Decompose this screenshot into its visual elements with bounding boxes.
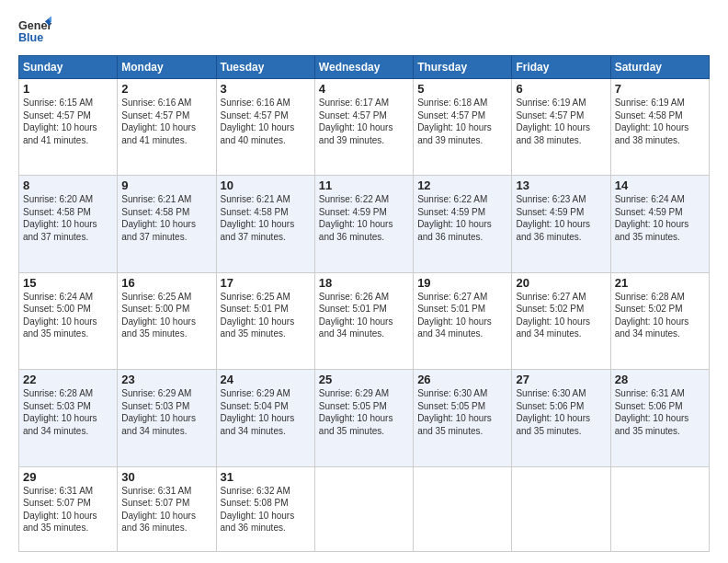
calendar-day-cell [414,466,512,551]
day-info: Sunrise: 6:19 AMSunset: 4:57 PMDaylight:… [516,97,606,146]
day-info: Sunrise: 6:22 AMSunset: 4:59 PMDaylight:… [319,193,409,243]
calendar-day-cell: 29Sunrise: 6:31 AMSunset: 5:07 PMDayligh… [19,466,118,551]
calendar-day-cell: 6Sunrise: 6:19 AMSunset: 4:57 PMDaylight… [512,79,610,176]
weekday-header: Wednesday [314,56,413,79]
day-number: 23 [121,373,211,386]
weekday-header: Monday [118,56,216,79]
calendar-day-cell: 11Sunrise: 6:22 AMSunset: 4:59 PMDayligh… [314,176,413,272]
calendar-day-cell: 20Sunrise: 6:27 AMSunset: 5:02 PMDayligh… [512,272,610,369]
generalblue-logo-icon: General Blue [18,15,51,48]
day-info: Sunrise: 6:31 AMSunset: 5:07 PMDaylight:… [23,485,113,534]
day-info: Sunrise: 6:24 AMSunset: 4:59 PMDaylight:… [615,193,705,243]
calendar-day-cell: 7Sunrise: 6:19 AMSunset: 4:58 PMDaylight… [610,79,709,176]
day-number: 4 [319,82,409,96]
header: General Blue [18,15,710,48]
calendar-day-cell: 25Sunrise: 6:29 AMSunset: 5:05 PMDayligh… [314,370,413,466]
day-info: Sunrise: 6:18 AMSunset: 4:57 PMDaylight:… [417,97,507,146]
day-info: Sunrise: 6:25 AMSunset: 5:00 PMDaylight:… [121,291,211,340]
day-info: Sunrise: 6:29 AMSunset: 5:05 PMDaylight:… [319,387,409,437]
calendar-day-cell: 3Sunrise: 6:16 AMSunset: 4:57 PMDaylight… [216,79,314,176]
calendar-table: SundayMondayTuesdayWednesdayThursdayFrid… [18,55,710,552]
day-number: 28 [615,373,705,386]
svg-text:Blue: Blue [18,31,43,44]
calendar-day-cell: 15Sunrise: 6:24 AMSunset: 5:00 PMDayligh… [19,272,118,369]
day-number: 21 [615,276,705,290]
calendar-week-row: 1Sunrise: 6:15 AMSunset: 4:57 PMDaylight… [19,79,710,176]
page: General Blue SundayMondayTuesdayWednesda… [0,0,728,563]
calendar-day-cell: 24Sunrise: 6:29 AMSunset: 5:04 PMDayligh… [216,370,314,466]
calendar-day-cell: 8Sunrise: 6:20 AMSunset: 4:58 PMDaylight… [19,176,118,272]
day-number: 1 [23,82,113,96]
calendar-day-cell: 12Sunrise: 6:22 AMSunset: 4:59 PMDayligh… [414,176,512,272]
weekday-header: Tuesday [216,56,314,79]
calendar-day-cell: 21Sunrise: 6:28 AMSunset: 5:02 PMDayligh… [610,272,709,369]
weekday-header: Saturday [610,56,709,79]
day-number: 29 [23,470,113,484]
day-info: Sunrise: 6:29 AMSunset: 5:03 PMDaylight:… [121,387,211,437]
day-number: 10 [221,178,311,192]
day-number: 3 [221,82,311,96]
day-number: 2 [121,82,211,96]
day-number: 5 [417,82,507,96]
day-number: 20 [516,276,606,290]
day-number: 7 [615,82,705,96]
day-number: 25 [319,373,409,386]
calendar-day-cell: 1Sunrise: 6:15 AMSunset: 4:57 PMDaylight… [19,79,118,176]
day-info: Sunrise: 6:24 AMSunset: 5:00 PMDaylight:… [23,291,113,340]
day-info: Sunrise: 6:20 AMSunset: 4:58 PMDaylight:… [23,193,113,243]
calendar-day-cell: 14Sunrise: 6:24 AMSunset: 4:59 PMDayligh… [610,176,709,272]
day-info: Sunrise: 6:31 AMSunset: 5:06 PMDaylight:… [615,387,705,437]
calendar-day-cell: 2Sunrise: 6:16 AMSunset: 4:57 PMDaylight… [118,79,216,176]
day-info: Sunrise: 6:16 AMSunset: 4:57 PMDaylight:… [121,97,211,146]
day-number: 6 [516,82,606,96]
day-number: 14 [615,178,705,192]
day-info: Sunrise: 6:21 AMSunset: 4:58 PMDaylight:… [121,193,211,243]
day-info: Sunrise: 6:30 AMSunset: 5:05 PMDaylight:… [417,387,507,437]
day-number: 18 [319,276,409,290]
calendar-day-cell: 13Sunrise: 6:23 AMSunset: 4:59 PMDayligh… [512,176,610,272]
weekday-header: Thursday [414,56,512,79]
calendar-day-cell: 10Sunrise: 6:21 AMSunset: 4:58 PMDayligh… [216,176,314,272]
calendar-day-cell: 18Sunrise: 6:26 AMSunset: 5:01 PMDayligh… [314,272,413,369]
calendar-week-row: 29Sunrise: 6:31 AMSunset: 5:07 PMDayligh… [19,466,710,551]
day-info: Sunrise: 6:21 AMSunset: 4:58 PMDaylight:… [221,193,311,243]
day-number: 19 [417,276,507,290]
calendar-day-cell: 28Sunrise: 6:31 AMSunset: 5:06 PMDayligh… [610,370,709,466]
day-number: 11 [319,178,409,192]
calendar-day-cell: 16Sunrise: 6:25 AMSunset: 5:00 PMDayligh… [118,272,216,369]
day-number: 17 [221,276,311,290]
calendar-day-cell: 30Sunrise: 6:31 AMSunset: 5:07 PMDayligh… [118,466,216,551]
day-info: Sunrise: 6:30 AMSunset: 5:06 PMDaylight:… [516,387,606,437]
logo: General Blue [18,15,51,48]
calendar-day-cell: 5Sunrise: 6:18 AMSunset: 4:57 PMDaylight… [414,79,512,176]
day-number: 30 [121,470,211,484]
day-number: 13 [516,178,606,192]
calendar-day-cell: 4Sunrise: 6:17 AMSunset: 4:57 PMDaylight… [314,79,413,176]
day-info: Sunrise: 6:26 AMSunset: 5:01 PMDaylight:… [319,291,409,340]
weekday-header: Sunday [19,56,118,79]
day-info: Sunrise: 6:31 AMSunset: 5:07 PMDaylight:… [121,485,211,534]
calendar-week-row: 8Sunrise: 6:20 AMSunset: 4:58 PMDaylight… [19,176,710,272]
day-number: 8 [23,178,113,192]
day-info: Sunrise: 6:17 AMSunset: 4:57 PMDaylight:… [319,97,409,146]
calendar-week-row: 15Sunrise: 6:24 AMSunset: 5:00 PMDayligh… [19,272,710,369]
calendar-day-cell: 27Sunrise: 6:30 AMSunset: 5:06 PMDayligh… [512,370,610,466]
calendar-day-cell: 9Sunrise: 6:21 AMSunset: 4:58 PMDaylight… [118,176,216,272]
day-number: 12 [417,178,507,192]
day-info: Sunrise: 6:23 AMSunset: 4:59 PMDaylight:… [516,193,606,243]
day-number: 27 [516,373,606,386]
calendar-day-cell [314,466,413,551]
day-number: 24 [221,373,311,386]
calendar-header-row: SundayMondayTuesdayWednesdayThursdayFrid… [19,56,710,79]
day-number: 22 [23,373,113,386]
day-info: Sunrise: 6:28 AMSunset: 5:02 PMDaylight:… [615,291,705,340]
day-info: Sunrise: 6:15 AMSunset: 4:57 PMDaylight:… [23,97,113,146]
day-info: Sunrise: 6:25 AMSunset: 5:01 PMDaylight:… [221,291,311,340]
day-info: Sunrise: 6:16 AMSunset: 4:57 PMDaylight:… [221,97,311,146]
calendar-day-cell [610,466,709,551]
day-number: 31 [221,470,311,484]
day-number: 26 [417,373,507,386]
day-info: Sunrise: 6:29 AMSunset: 5:04 PMDaylight:… [221,387,311,437]
calendar-day-cell [512,466,610,551]
day-number: 16 [121,276,211,290]
